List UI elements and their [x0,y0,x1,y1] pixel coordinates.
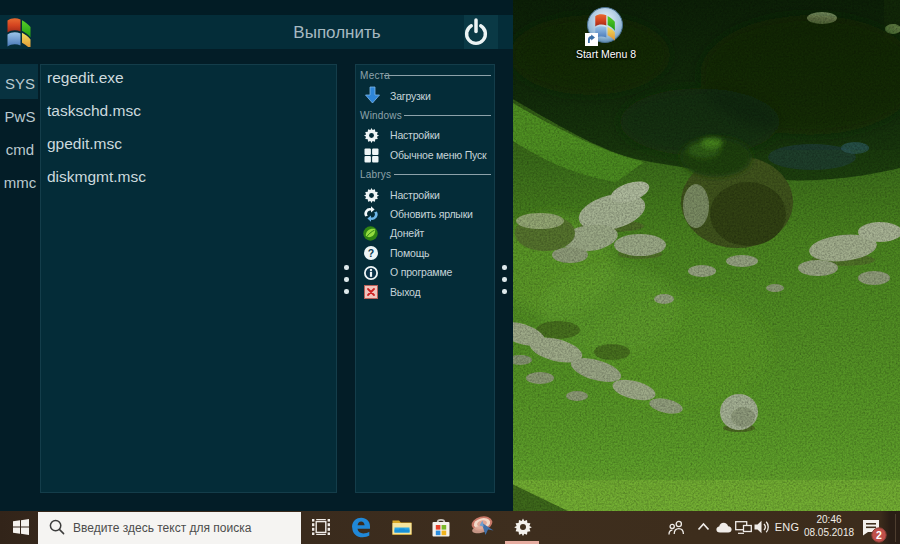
svg-text:2: 2 [876,529,882,541]
svg-text:?: ? [368,247,374,259]
